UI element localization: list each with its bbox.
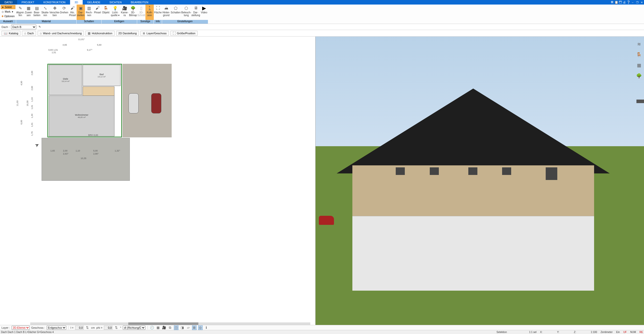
menu-tab-gelaende[interactable]: GELÄNDE xyxy=(83,0,105,5)
titlebar-window-icon[interactable]: 🗔 xyxy=(618,0,622,5)
kollision-button[interactable]: 🚶Kolli- sion xyxy=(145,5,154,20)
hinpinsel-button[interactable]: 🖌Hin. Pinsel xyxy=(68,5,77,20)
window-3d xyxy=(396,167,405,175)
pinsel-button[interactable]: 🖌Pinsel xyxy=(93,5,102,20)
north-arrow-icon: ➤ xyxy=(34,141,40,148)
selekt-button[interactable]: ➤Selekt xyxy=(1,5,15,9)
dim-l2: 2,60 xyxy=(31,86,33,90)
ortho-icon[interactable]: ⊞ xyxy=(192,325,197,330)
skalieren-button[interactable]: ⤡Skalie- ren xyxy=(41,5,49,20)
layergeschoss-button[interactable]: ≣Layer/Geschoss xyxy=(140,31,169,36)
snap3-icon[interactable]: ▱ xyxy=(186,325,191,330)
flaeche-button[interactable]: ⛶Fläche xyxy=(154,5,162,20)
groesse-button[interactable]: ⛶Größe/Position xyxy=(170,31,198,36)
lichtquelle-button[interactable]: 💡Licht- quelle ▾ xyxy=(110,5,120,20)
dim-terrace-w: 10,35 xyxy=(81,157,86,160)
plants-panel-icon[interactable]: 🌳 xyxy=(636,73,642,79)
horizontal-scrollbar[interactable] xyxy=(30,322,310,325)
2d-button[interactable]: 2D Darstellung xyxy=(116,31,139,36)
scrollbar-thumb[interactable] xyxy=(128,322,198,325)
dim-l1: 2,00 xyxy=(31,71,33,75)
geschoss-label: Geschoss : xyxy=(31,326,45,329)
chair-icon: 🪑 xyxy=(103,5,109,11)
schatten-settings-button[interactable]: ⬠Schatten xyxy=(170,5,181,20)
materials-panel-icon[interactable]: ▦ xyxy=(636,63,642,68)
wand-button[interactable]: ⌂Wand- und Dachverschneidung xyxy=(38,31,84,36)
bearbeiten-button[interactable]: ▤Bear- beiten xyxy=(33,5,41,20)
mode-select[interactable]: dl (Richtung/Di xyxy=(123,326,145,330)
darstellung-button[interactable]: 🖥Dar- stellung xyxy=(192,5,200,20)
furniture-panel-icon[interactable]: 🪑 xyxy=(636,52,642,57)
edit-pencil-icon[interactable]: ✎ xyxy=(38,25,42,29)
phi-stepper[interactable]: ⇅ xyxy=(114,325,118,330)
phi-input[interactable] xyxy=(104,326,112,330)
menu-tab-datei[interactable]: DATEI xyxy=(0,0,17,5)
window-close-button[interactable]: ✕ xyxy=(639,0,644,5)
menu-tab-projekt[interactable]: PROJEKT xyxy=(17,0,39,5)
status-sel: 1:1 sel xyxy=(529,331,536,333)
objekt-button[interactable]: 🪑Objekt xyxy=(102,5,110,20)
geschoss-select[interactable]: Erdgeschos xyxy=(47,326,66,330)
menu-tab-3d[interactable]: 3D xyxy=(70,0,83,5)
status-uf: UF xyxy=(623,331,627,333)
zuweisen-button[interactable]: ▦Zuwei- sen xyxy=(24,5,33,20)
status-scale: 1:100 xyxy=(591,331,597,333)
mark-button[interactable]: ◇Mark.▾ xyxy=(1,10,15,14)
titlebar-tools-icon[interactable]: 🛠 xyxy=(610,0,614,5)
status-x: X: xyxy=(540,331,542,333)
dim-l8: 1,76 xyxy=(31,131,33,136)
context-label: Dach : xyxy=(2,25,10,28)
menu-tab-konstruktion[interactable]: KONSTRUKTION xyxy=(39,0,70,5)
copy-icon[interactable]: ⧉ xyxy=(168,325,172,330)
menu-tab-sichten[interactable]: SICHTEN xyxy=(105,0,126,5)
side-panel-handle[interactable] xyxy=(636,100,644,103)
darstellen-button[interactable]: ▣Dar- stellen xyxy=(77,5,85,20)
layers-icon: ≣ xyxy=(143,32,145,35)
history-icon[interactable]: 🕘 xyxy=(150,325,154,330)
video-button[interactable]: ▶Video xyxy=(200,5,208,20)
beleuchtung-button[interactable]: ⬡Beleuch- tung xyxy=(181,5,192,20)
status-unit: Zentimeter xyxy=(601,331,613,333)
status-selektion: Selektion xyxy=(497,331,507,333)
holz-button[interactable]: ▦Holzkonstruktion xyxy=(85,31,114,36)
window-3d xyxy=(502,167,511,175)
grid-icon[interactable]: ▦ xyxy=(156,325,160,330)
car-red xyxy=(151,93,161,113)
dim-brh: BRH 0,00 xyxy=(88,134,98,136)
secondary-toolbar: 📖Katalog ⌂Dach ⌂Wand- und Dachverschneid… xyxy=(0,30,644,37)
hintergrund-button[interactable]: ⛰Hinter- grund xyxy=(162,5,170,20)
rechnen-button[interactable]: ▥Rech- nen xyxy=(85,5,93,20)
window-minimize-button[interactable]: – xyxy=(630,0,635,5)
plus-icon: ✚ xyxy=(2,15,4,18)
snap1-icon[interactable]: ◫ xyxy=(174,325,178,330)
titlebar-print-icon[interactable]: 🖨 xyxy=(622,0,626,5)
layer-select[interactable]: 2D-Elemen xyxy=(12,326,30,330)
layers-panel-icon[interactable]: ≋ xyxy=(636,41,642,47)
bitmap-button[interactable]: 🌳3D- Bitmap xyxy=(129,5,137,20)
dach-button[interactable]: ⌂Dach xyxy=(22,31,36,36)
camera2-icon[interactable]: 🎥 xyxy=(162,325,166,330)
optionen-button[interactable]: ✚Optionen xyxy=(1,14,15,18)
door-3d xyxy=(546,167,557,180)
menu-tab-bearbeiten[interactable]: BEARBEITEN xyxy=(126,0,153,5)
verschieben-button[interactable]: ✥Verschie- ben xyxy=(49,5,60,20)
status-re: RE xyxy=(639,331,643,333)
info-icon[interactable]: ℹ xyxy=(204,325,209,330)
floorplan-view[interactable]: 11,01⁵ 4,65 5,60 9,17⁵ 0,83 1,01 1,51 11… xyxy=(0,37,316,325)
titlebar-clipboard-icon[interactable]: 📋 xyxy=(614,0,618,5)
window-maximize-button[interactable]: ❐ xyxy=(635,0,639,5)
dach-select[interactable]: Dach B xyxy=(11,25,36,29)
katalog-button[interactable]: 📖Katalog xyxy=(2,31,20,36)
dim-top-left: 4,65 xyxy=(63,44,67,46)
context-bar: Dach : Dach B ✎ xyxy=(0,24,644,30)
abgreifen-button[interactable]: ✎Abgrei- fen xyxy=(16,5,24,20)
roof-3d xyxy=(336,88,610,173)
target-icon[interactable]: ◎ xyxy=(198,325,203,330)
kamera-button[interactable]: 🎥Kame- ra xyxy=(120,5,129,20)
l-input[interactable] xyxy=(75,326,84,330)
3d-view[interactable] xyxy=(316,37,644,325)
drehen-button[interactable]: ⟳Drehen xyxy=(60,5,68,20)
l-stepper[interactable]: ⇅ xyxy=(85,325,90,330)
snap2-icon[interactable]: ◨ xyxy=(180,325,185,330)
titlebar-help-icon[interactable]: ❔ xyxy=(626,0,630,5)
